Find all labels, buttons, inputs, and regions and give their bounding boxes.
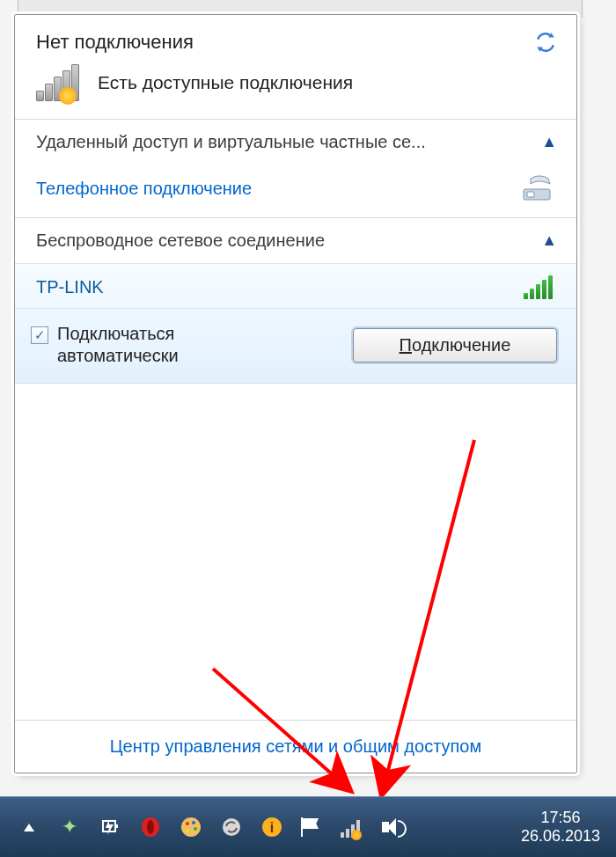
network-flyout: Нет подключения Есть доступные подключен… (14, 14, 577, 773)
dialup-label: Телефонное подключение (36, 179, 252, 199)
auto-connect-label: Подключаться автоматически (57, 323, 179, 367)
chevron-up-icon: ▲ (541, 231, 557, 250)
tray-sync-icon[interactable] (218, 814, 245, 840)
signal-strength-icon (524, 275, 557, 299)
chevron-up-icon: ▲ (541, 133, 557, 151)
status-row: Есть доступные подключения (15, 61, 576, 119)
svg-point-6 (181, 817, 201, 837)
taskbar: ✦ i (0, 796, 616, 857)
svg-rect-1 (527, 192, 534, 197)
svg-point-5 (147, 820, 154, 834)
svg-point-10 (186, 829, 189, 832)
svg-point-8 (192, 821, 195, 824)
signal-bars-icon (36, 64, 84, 101)
status-text: Есть доступные подключения (98, 72, 353, 93)
connect-button[interactable]: Подключение (353, 328, 557, 363)
group-header-wifi[interactable]: Беспроводное сетевое соединение ▲ (15, 218, 576, 263)
flyout-title: Нет подключения (36, 31, 194, 54)
group-label: Удаленный доступ и виртуальные частные с… (36, 132, 426, 152)
tray-overflow-icon[interactable] (16, 814, 42, 840)
auto-connect-checkbox[interactable]: ✓ (31, 326, 48, 344)
clock-time: 17:56 (521, 809, 600, 827)
clock-date: 26.06.2013 (521, 827, 600, 846)
svg-point-11 (223, 818, 240, 836)
wifi-network-item[interactable]: TP-LINK (15, 263, 576, 309)
connect-panel: ✓ Подключаться автоматически Подключение (15, 309, 576, 384)
phone-modem-icon (522, 173, 557, 203)
tray-network-icon[interactable] (340, 814, 366, 840)
tray-power-icon[interactable] (97, 814, 123, 840)
dialup-item[interactable]: Телефонное подключение (15, 165, 576, 217)
group-header-vpn[interactable]: Удаленный доступ и виртуальные частные с… (15, 120, 576, 165)
tray-volume-icon[interactable] (380, 814, 407, 840)
tray-evernote-icon[interactable]: ✦ (56, 814, 83, 840)
refresh-icon[interactable] (534, 31, 557, 54)
wifi-network-name: TP-LINK (36, 277, 104, 297)
tray-opera-icon[interactable] (137, 814, 164, 840)
tray-palette-icon[interactable] (178, 814, 204, 840)
tray-info-icon[interactable]: i (259, 814, 285, 840)
taskbar-clock[interactable]: 17:56 26.06.2013 (521, 809, 607, 845)
system-tray: ✦ i (16, 814, 407, 840)
group-label: Беспроводное сетевое соединение (36, 231, 325, 251)
network-center-link[interactable]: Центр управления сетями и общим доступом (15, 720, 576, 773)
svg-point-7 (186, 822, 189, 825)
svg-text:i: i (270, 820, 274, 835)
tray-action-center-icon[interactable] (299, 814, 326, 840)
svg-point-9 (194, 827, 197, 831)
